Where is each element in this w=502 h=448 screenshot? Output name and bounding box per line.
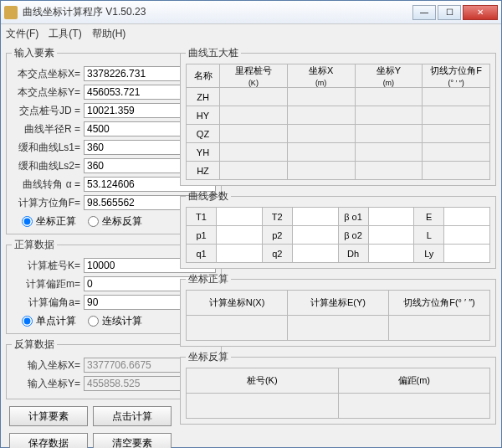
param-value xyxy=(292,226,338,245)
label-m: 计算偏距m= xyxy=(12,277,84,291)
table-row: T1T2β o1E xyxy=(187,208,490,226)
menu-file[interactable]: 文件(F) xyxy=(6,26,38,41)
save-data-button[interactable]: 保存数据 xyxy=(9,433,88,448)
input-legend: 输入要素 xyxy=(12,46,57,60)
param-label: p2 xyxy=(262,226,292,245)
app-window: 曲线坐标计算程序 V1.50.23 — ☐ ✕ 文件(F) 工具(T) 帮助(H… xyxy=(0,0,502,448)
col-y: 坐标Y(m) xyxy=(355,64,423,88)
window-controls: — ☐ ✕ xyxy=(411,5,498,20)
param-value xyxy=(444,208,490,226)
param-label: q1 xyxy=(187,245,217,263)
label-r: 曲线半径R = xyxy=(12,122,84,136)
fs-val2 xyxy=(338,394,490,419)
menubar: 文件(F) 工具(T) 帮助(H) xyxy=(1,24,501,43)
param-value xyxy=(444,226,490,245)
param-label: p1 xyxy=(187,226,217,245)
forward-result-group: 坐标正算 计算坐标N(X) 计算坐标E(Y) 切线方位角F(° ′ ″) xyxy=(180,272,496,347)
label-alpha: 曲线转角 α = xyxy=(12,178,84,192)
table-row: p1p2β o2L xyxy=(187,226,490,245)
param-label: Ly xyxy=(414,245,444,263)
param-label: q2 xyxy=(262,245,292,263)
five-piles-legend: 曲线五大桩 xyxy=(186,46,241,60)
zs-col2: 计算坐标E(Y) xyxy=(288,291,389,316)
param-label: T1 xyxy=(187,208,217,226)
radio-single[interactable]: 单点计算 xyxy=(22,314,76,328)
radio-continuous[interactable]: 连续计算 xyxy=(88,314,142,328)
param-value xyxy=(292,245,338,263)
param-value xyxy=(368,226,414,245)
label-jd: 交点桩号JD = xyxy=(12,104,84,118)
table-row: YH xyxy=(187,143,490,162)
curve-params-group: 曲线参数 T1T2β o1Ep1p2β o2Lq1q2DhLy xyxy=(180,189,496,269)
close-button[interactable]: ✕ xyxy=(463,5,498,20)
param-label: Dh xyxy=(338,245,368,263)
zs-legend: 坐标正算 xyxy=(186,272,231,286)
param-label: β o2 xyxy=(338,226,368,245)
app-icon xyxy=(4,6,18,19)
params-table: T1T2β o1Ep1p2β o2Lq1q2DhLy xyxy=(186,207,490,263)
param-value xyxy=(217,226,263,245)
col-mileage: 里程桩号(K) xyxy=(220,64,288,88)
pile-name: HZ xyxy=(187,162,220,180)
clear-elements-button[interactable]: 清空要素 xyxy=(93,433,172,448)
left-column: 输入要素 本交点坐标X= 本交点坐标Y= 交点桩号JD = 曲线半径R = 缓和… xyxy=(6,46,175,448)
label-rx: 输入坐标X= xyxy=(12,358,84,373)
content-area: 输入要素 本交点坐标X= 本交点坐标Y= 交点桩号JD = 曲线半径R = 缓和… xyxy=(1,43,501,448)
param-label: E xyxy=(414,208,444,226)
col-f: 切线方位角F(° ′ ″) xyxy=(423,64,490,88)
fs-col2: 偏距(m) xyxy=(338,368,490,394)
label-f: 计算方位角F= xyxy=(12,196,84,210)
titlebar: 曲线坐标计算程序 V1.50.23 — ☐ ✕ xyxy=(1,1,501,24)
reverse-legend: 反算数据 xyxy=(12,337,57,352)
forward-legend: 正算数据 xyxy=(12,238,57,252)
minimize-button[interactable]: — xyxy=(412,5,436,20)
param-label: β o1 xyxy=(338,208,368,226)
click-calc-button[interactable]: 点击计算 xyxy=(93,406,172,426)
table-row: HY xyxy=(187,106,490,125)
param-value xyxy=(292,208,338,226)
fs-val1 xyxy=(187,394,339,419)
label-ry: 输入坐标Y= xyxy=(12,377,84,391)
calc-elements-button[interactable]: 计算要素 xyxy=(9,406,88,426)
param-value xyxy=(217,208,263,226)
five-piles-table: 名称 里程桩号(K) 坐标X(m) 坐标Y(m) 切线方位角F(° ′ ″) Z… xyxy=(186,64,490,180)
param-value xyxy=(217,245,263,263)
fs-col1: 桩号(K) xyxy=(187,368,339,394)
radio-forward[interactable]: 坐标正算 xyxy=(22,214,76,229)
label-k: 计算桩号K= xyxy=(12,259,84,273)
label-ls2: 缓和曲线Ls2= xyxy=(12,159,84,173)
label-x: 本交点坐标X= xyxy=(12,67,84,81)
zs-val3 xyxy=(389,316,490,341)
maximize-button[interactable]: ☐ xyxy=(438,5,461,20)
label-a: 计算偏角a= xyxy=(12,296,84,310)
menu-help[interactable]: 帮助(H) xyxy=(92,26,126,41)
zs-col1: 计算坐标N(X) xyxy=(187,291,288,316)
param-value xyxy=(368,208,414,226)
pile-name: ZH xyxy=(187,88,220,106)
five-piles-group: 曲线五大桩 名称 里程桩号(K) 坐标X(m) 坐标Y(m) 切线方位角F(° … xyxy=(180,46,496,186)
param-value xyxy=(368,245,414,263)
zs-val2 xyxy=(288,316,389,341)
label-y: 本交点坐标Y= xyxy=(12,85,84,100)
fs-legend: 坐标反算 xyxy=(186,350,231,364)
reverse-result-group: 坐标反算 桩号(K) 偏距(m) xyxy=(180,350,496,425)
pile-name: YH xyxy=(187,143,220,162)
button-row-1: 计算要素 点击计算 xyxy=(6,406,175,426)
zs-col3: 切线方位角F(° ′ ″) xyxy=(389,291,490,316)
table-row: q1q2DhLy xyxy=(187,245,490,263)
right-column: 曲线五大桩 名称 里程桩号(K) 坐标X(m) 坐标Y(m) 切线方位角F(° … xyxy=(180,46,496,448)
zs-table: 计算坐标N(X) 计算坐标E(Y) 切线方位角F(° ′ ″) xyxy=(186,290,490,341)
col-name: 名称 xyxy=(187,64,220,88)
param-label: T2 xyxy=(262,208,292,226)
window-title: 曲线坐标计算程序 V1.50.23 xyxy=(23,5,411,19)
menu-tools[interactable]: 工具(T) xyxy=(49,26,81,41)
col-x: 坐标X(m) xyxy=(287,64,355,88)
pile-name: QZ xyxy=(187,125,220,143)
zs-val1 xyxy=(187,316,288,341)
table-row: QZ xyxy=(187,125,490,143)
button-row-2: 保存数据 清空要素 xyxy=(6,433,175,448)
label-ls1: 缓和曲线Ls1= xyxy=(12,141,84,155)
radio-reverse[interactable]: 坐标反算 xyxy=(88,214,142,229)
param-value xyxy=(444,245,490,263)
fs-table: 桩号(K) 偏距(m) xyxy=(186,368,490,419)
